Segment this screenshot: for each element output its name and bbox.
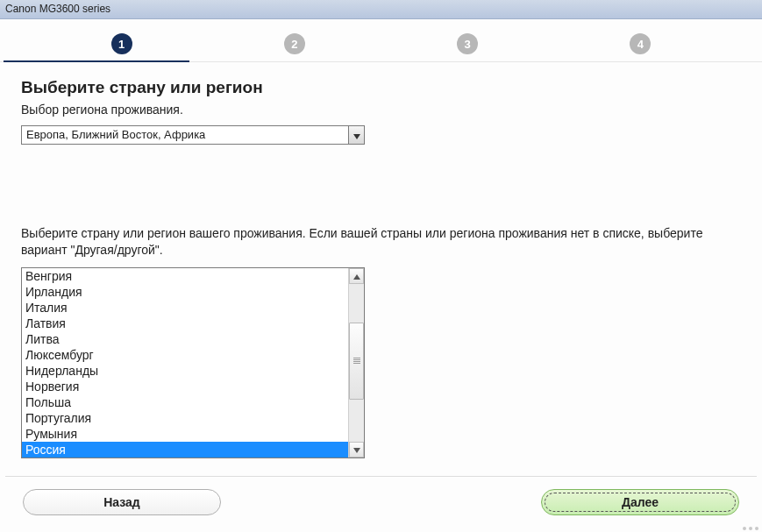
chevron-up-icon (353, 269, 360, 282)
list-item[interactable]: Италия (22, 300, 348, 316)
scroll-track[interactable] (349, 284, 364, 442)
list-item[interactable]: Россия (22, 442, 348, 458)
resize-grip-icon (743, 527, 758, 530)
page-subheading: Выбор региона проживания. (21, 103, 741, 117)
step-3: 3 (457, 33, 478, 54)
country-listbox[interactable]: ВенгрияИрландияИталияЛатвияЛитваЛюксембу… (22, 268, 348, 458)
next-button[interactable]: Далее (541, 489, 739, 515)
next-button-label: Далее (622, 495, 659, 509)
step-2: 2 (284, 33, 305, 54)
region-dropdown[interactable]: Европа, Ближний Восток, Африка (21, 125, 365, 145)
main-content: Выберите страну или регион Выбор региона… (0, 62, 762, 464)
list-item[interactable]: Польша (22, 394, 348, 410)
scrollbar[interactable] (348, 268, 364, 458)
svg-marker-2 (353, 448, 360, 453)
list-item[interactable]: Литва (22, 331, 348, 347)
wizard-stepper: 1 2 3 4 (0, 19, 762, 62)
scroll-thumb[interactable] (349, 323, 364, 400)
step-4: 4 (630, 33, 651, 54)
page-heading: Выберите страну или регион (21, 78, 741, 97)
country-list-container: ВенгрияИрландияИталияЛатвияЛитваЛюксембу… (21, 267, 365, 458)
instruction-text: Выберите страну или регион вашего прожив… (21, 225, 741, 259)
scroll-up-button[interactable] (349, 268, 364, 284)
svg-marker-0 (353, 134, 360, 139)
region-dropdown-value: Европа, Ближний Восток, Африка (22, 126, 348, 144)
window-title: Canon MG3600 series (5, 3, 110, 15)
scroll-grip-icon (353, 358, 360, 365)
back-button-label: Назад (103, 495, 140, 509)
region-dropdown-button[interactable] (348, 126, 364, 144)
list-item[interactable]: Венгрия (22, 268, 348, 284)
step-1: 1 (111, 33, 132, 54)
chevron-down-icon (353, 129, 360, 142)
list-item[interactable]: Нидерланды (22, 363, 348, 379)
svg-marker-1 (353, 274, 360, 280)
footer-bar: Назад Далее (0, 477, 762, 526)
active-step-underline (4, 60, 189, 62)
back-button[interactable]: Назад (23, 489, 221, 515)
list-item[interactable]: Румыния (22, 426, 348, 442)
list-item[interactable]: Португалия (22, 410, 348, 426)
list-item[interactable]: Ирландия (22, 284, 348, 300)
list-item[interactable]: Норвегия (22, 379, 348, 394)
list-item[interactable]: Люксембург (22, 347, 348, 363)
list-item[interactable]: Латвия (22, 316, 348, 331)
window-titlebar: Canon MG3600 series (0, 0, 762, 19)
scroll-down-button[interactable] (349, 442, 364, 458)
chevron-down-icon (353, 443, 360, 456)
